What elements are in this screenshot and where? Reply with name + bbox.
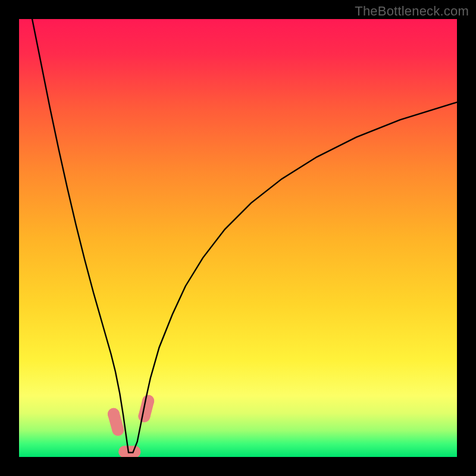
- marker-right-ascent-1: [138, 411, 150, 422]
- marker-left-descent-2: [112, 424, 124, 436]
- watermark-text: TheBottleneck.com: [355, 4, 469, 19]
- chart-frame: [19, 19, 457, 457]
- chart-background: [19, 19, 457, 457]
- marker-left-descent-1: [108, 408, 120, 420]
- chart-svg: [19, 19, 457, 457]
